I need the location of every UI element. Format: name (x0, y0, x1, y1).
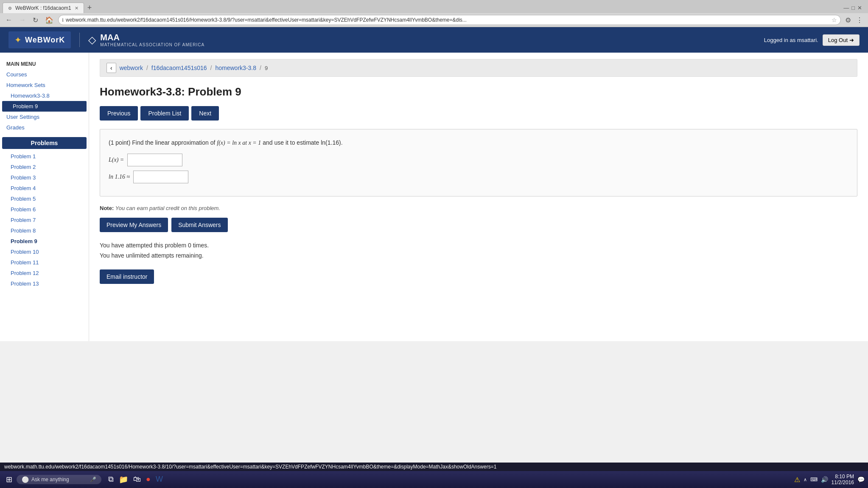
previous-button[interactable]: Previous (100, 106, 138, 121)
webwork-logo: ✦ WeBWorK (8, 31, 71, 48)
problem-list-button[interactable]: Problem List (140, 106, 189, 121)
webwork-label: WeBWorK (25, 36, 65, 45)
extensions-button[interactable]: ⚙ (843, 15, 853, 25)
preview-answers-button[interactable]: Preview My Answers (100, 218, 168, 232)
breadcrumb-course[interactable]: f16dacaom1451s016 (151, 65, 207, 71)
maximize-button[interactable]: □ (851, 5, 855, 11)
content-area: MAIN MENU Courses Homework Sets Homework… (0, 53, 868, 341)
next-button[interactable]: Next (191, 106, 219, 121)
sidebar-item-courses[interactable]: Courses (0, 69, 89, 80)
logout-label: Log Out (828, 37, 848, 43)
note-text: Note: You can earn partial credit on thi… (100, 205, 857, 211)
nav-right-icons: ⚙ ⋮ (843, 15, 865, 25)
breadcrumb-webwork[interactable]: webwork (120, 65, 143, 71)
sidebar-item-problem9[interactable]: Problem 9 (2, 101, 87, 112)
instruction-text: Find the linear approximation of (132, 139, 217, 146)
tab-bar: ⚙ WeBWorK : f16dacaom1 ✕ + — □ ✕ (0, 0, 868, 13)
page-title: Homework3-3.8: Problem 9 (100, 85, 857, 98)
breadcrumb: ‹ webwork / f16dacaom1451s016 / homework… (100, 59, 857, 77)
bookmark-icon[interactable]: ☆ (832, 17, 837, 23)
email-instructor-button[interactable]: Email instructor (100, 269, 154, 284)
problem-list: Problem 1Problem 2Problem 3Problem 4Prob… (0, 151, 89, 289)
header-left: ✦ WeBWorK ◇ MAA MATHEMATICAL ASSOCIATION… (8, 31, 204, 48)
note-label: Note: (100, 205, 114, 211)
secure-icon: ℹ (62, 17, 64, 23)
maa-title: MAA (100, 33, 204, 42)
tab-favicon: ⚙ (8, 6, 12, 11)
answer-label-2: ln 1.16 ≈ (109, 174, 130, 180)
url-text: webwork.math.ttu.edu/webwork2/f16dacaom1… (66, 17, 829, 23)
back-button[interactable]: ← (3, 15, 14, 25)
maa-section: ◇ MAA MATHEMATICAL ASSOCIATION OF AMERIC… (79, 33, 204, 47)
answer-row-2: ln 1.16 ≈ (109, 171, 848, 183)
problems-header: Problems (2, 137, 87, 149)
points-label: (1 point) (109, 139, 130, 146)
tab-title: WeBWorK : f16dacaom1 (15, 5, 71, 11)
logged-in-text: Logged in as msattari. (764, 37, 818, 43)
note-italic: You can earn partial credit on this prob… (115, 205, 220, 211)
logout-icon: ➜ (849, 37, 854, 43)
breadcrumb-problem-number: 9 (265, 65, 268, 71)
answer-row-1: L(x) = (109, 154, 848, 166)
answer-input-1[interactable] (127, 154, 182, 166)
problem-box: (1 point) Find the linear approximation … (100, 129, 857, 196)
close-window-button[interactable]: ✕ (857, 5, 862, 11)
sidebar-item-homework-sets[interactable]: Homework Sets (0, 80, 89, 90)
forward-button[interactable]: → (17, 15, 28, 25)
sidebar-item-problem-13[interactable]: Problem 13 (0, 278, 89, 289)
sidebar-item-user-settings[interactable]: User Settings (0, 112, 89, 122)
address-bar[interactable]: ℹ webwork.math.ttu.edu/webwork2/f16dacao… (58, 15, 841, 25)
attempt-line-1: You have attempted this problem 0 times. (100, 241, 857, 251)
sidebar-item-homework3-3.8[interactable]: Homework3-3.8 (0, 90, 89, 101)
sidebar-item-problem-3[interactable]: Problem 3 (0, 172, 89, 183)
attempt-line-2: You have unlimited attempts remaining. (100, 251, 857, 261)
browser-chrome: ⚙ WeBWorK : f16dacaom1 ✕ + — □ ✕ ← → ↻ 🏠… (0, 0, 868, 27)
maa-text: MAA MATHEMATICAL ASSOCIATION OF AMERICA (100, 33, 204, 47)
problem-text: (1 point) Find the linear approximation … (109, 138, 848, 148)
sidebar-item-problem-2[interactable]: Problem 2 (0, 162, 89, 172)
sidebar-item-problem-7[interactable]: Problem 7 (0, 215, 89, 225)
menu-button[interactable]: ⋮ (854, 15, 865, 25)
function-expression: f(x) = ln x at x = 1 (217, 140, 261, 146)
logout-button[interactable]: Log Out ➜ (823, 34, 860, 46)
new-tab-button[interactable]: + (86, 3, 94, 12)
logo-star-icon: ✦ (14, 35, 22, 45)
answer-label-1: L(x) = (109, 157, 124, 163)
sidebar-item-problem-8[interactable]: Problem 8 (0, 225, 89, 236)
app-header: ✦ WeBWorK ◇ MAA MATHEMATICAL ASSOCIATION… (0, 27, 868, 53)
home-button[interactable]: 🏠 (43, 15, 56, 25)
sidebar-item-problem-4[interactable]: Problem 4 (0, 183, 89, 194)
sidebar-item-problem-5[interactable]: Problem 5 (0, 194, 89, 204)
sidebar-item-problem-1[interactable]: Problem 1 (0, 151, 89, 162)
active-tab[interactable]: ⚙ WeBWorK : f16dacaom1 ✕ (3, 3, 84, 13)
main-content: ‹ webwork / f16dacaom1451s016 / homework… (89, 53, 868, 341)
minimize-button[interactable]: — (843, 5, 849, 11)
sidebar-item-problem-9[interactable]: Problem 9 (0, 236, 89, 247)
sidebar-item-problem-6[interactable]: Problem 6 (0, 204, 89, 215)
instruction-text2: and use it to estimate ln(1.16). (263, 139, 342, 146)
sidebar-item-grades[interactable]: Grades (0, 122, 89, 133)
app-container: ✦ WeBWorK ◇ MAA MATHEMATICAL ASSOCIATION… (0, 27, 868, 341)
header-right: Logged in as msattari. Log Out ➜ (764, 34, 860, 46)
action-buttons: Preview My Answers Submit Answers (100, 218, 857, 232)
main-menu-title: MAIN MENU (0, 59, 89, 69)
sidebar-item-problem-10[interactable]: Problem 10 (0, 247, 89, 257)
answer-input-2[interactable] (133, 171, 188, 183)
sidebar-item-problem-12[interactable]: Problem 12 (0, 268, 89, 278)
sidebar-item-problem-11[interactable]: Problem 11 (0, 257, 89, 268)
submit-answers-button[interactable]: Submit Answers (171, 218, 227, 232)
attempt-info: You have attempted this problem 0 times.… (100, 241, 857, 261)
navigation-bar: ← → ↻ 🏠 ℹ webwork.math.ttu.edu/webwork2/… (0, 13, 868, 27)
reload-button[interactable]: ↻ (31, 15, 40, 25)
problem-nav-buttons: Previous Problem List Next (100, 106, 857, 121)
maa-logo-icon: ◇ (88, 34, 96, 46)
sidebar: MAIN MENU Courses Homework Sets Homework… (0, 53, 89, 341)
breadcrumb-homework[interactable]: homework3-3.8 (215, 65, 256, 71)
maa-subtitle: MATHEMATICAL ASSOCIATION OF AMERICA (100, 42, 204, 47)
breadcrumb-back-button[interactable]: ‹ (106, 63, 116, 73)
tab-close-button[interactable]: ✕ (75, 6, 78, 11)
